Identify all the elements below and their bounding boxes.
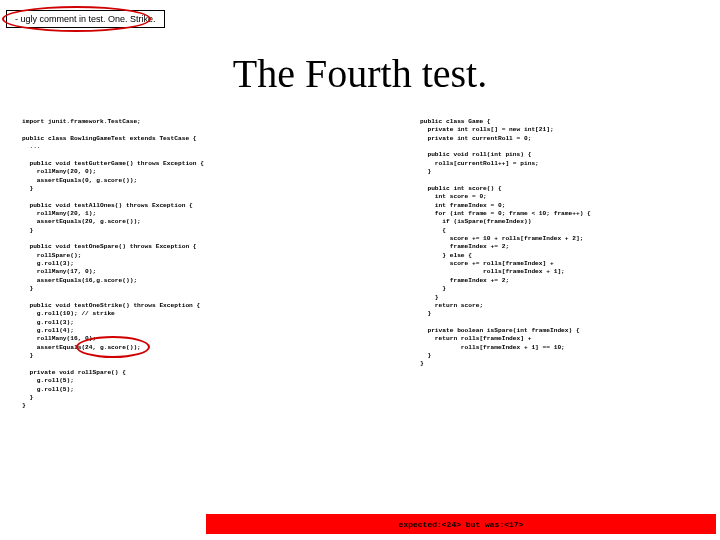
slide-title: The Fourth test. [0, 50, 720, 97]
code-block-game: public class Game { private int rolls[] … [420, 118, 591, 369]
test-failure-bar: expected:<24> but was:<17> [206, 514, 716, 534]
code-block-test: import junit.framework.TestCase; public … [22, 118, 204, 411]
annotation-note: - ugly comment in test. One. Strike. [6, 10, 165, 28]
error-message: expected:<24> but was:<17> [399, 520, 524, 529]
